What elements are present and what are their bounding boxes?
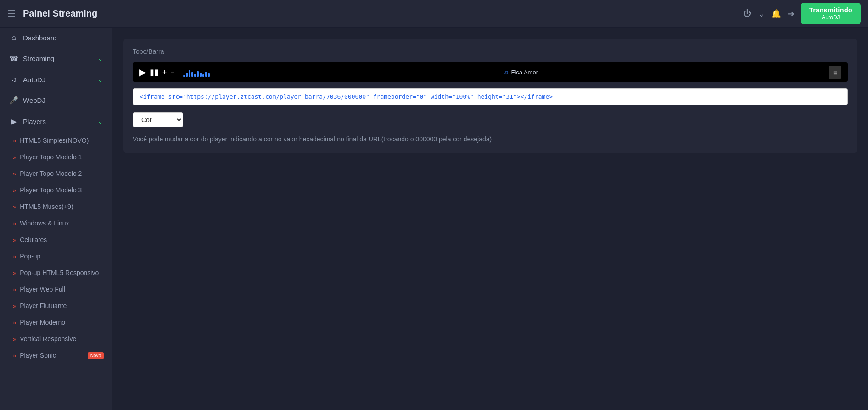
players-chevron: ⌄ bbox=[98, 118, 103, 125]
eq-bar bbox=[208, 73, 210, 77]
arrow-icon-10: » bbox=[13, 303, 16, 309]
play-circle-icon: ▶ bbox=[9, 117, 18, 126]
sidebar-subitem-webfull[interactable]: » Player Web Full bbox=[0, 281, 112, 298]
arrow-icon-1: » bbox=[13, 154, 16, 161]
sidebar-subitem-topo1[interactable]: » Player Topo Modelo 1 bbox=[0, 149, 112, 165]
sidebar-subitem-vertical[interactable]: » Vertical Responsive bbox=[0, 331, 112, 347]
streaming-chevron: ⌄ bbox=[98, 55, 103, 62]
power-icon[interactable]: ⏻ bbox=[743, 9, 751, 18]
sidebar-item-players[interactable]: ▶ Players ⌄ bbox=[0, 111, 112, 132]
sidebar-subitem-popup[interactable]: » Pop-up bbox=[0, 248, 112, 264]
sidebar-label-players: Players bbox=[23, 118, 93, 125]
eq-bar bbox=[205, 72, 207, 77]
subitem-label-12: Vertical Responsive bbox=[20, 335, 76, 343]
arrow-icon-5: » bbox=[13, 220, 16, 227]
bell-icon[interactable]: 🔔 bbox=[771, 9, 781, 19]
sidebar-subitem-html5-simples[interactable]: » HTML5 Simples(NOVO) bbox=[0, 132, 112, 149]
eq-bar bbox=[191, 72, 193, 77]
mic-icon: 🎤 bbox=[9, 96, 18, 105]
radio-icon: ☎ bbox=[9, 54, 18, 63]
sidebar-subitem-topo3[interactable]: » Player Topo Modelo 3 bbox=[0, 182, 112, 198]
color-select[interactable]: Cor Preto Branco Azul Vermelho bbox=[133, 112, 183, 127]
eq-bar bbox=[186, 73, 188, 77]
transmitindo-button[interactable]: Transmitindo AutoDJ bbox=[801, 3, 861, 24]
arrow-icon-13: » bbox=[13, 352, 16, 359]
subitem-label-1: Player Topo Modelo 1 bbox=[20, 153, 82, 161]
subitem-label-3: Player Topo Modelo 3 bbox=[20, 186, 82, 194]
arrow-icon-4: » bbox=[13, 203, 16, 210]
subitem-label-11: Player Moderno bbox=[20, 319, 65, 326]
eq-bar bbox=[189, 70, 190, 77]
song-title-display: ♫ Fica Amor bbox=[218, 69, 824, 76]
sidebar: ⌂ Dashboard ☎ Streaming ⌄ ♫ AutoDJ ⌄ 🎤 W… bbox=[0, 28, 112, 410]
sidebar-subitem-topo2[interactable]: » Player Topo Modelo 2 bbox=[0, 165, 112, 182]
eq-bar bbox=[197, 71, 199, 77]
subitem-label-2: Player Topo Modelo 2 bbox=[20, 170, 82, 177]
eq-bar bbox=[194, 74, 196, 77]
album-thumb: ▩ bbox=[829, 66, 841, 79]
subitem-label-8: Pop-up HTML5 Responsivo bbox=[20, 269, 99, 276]
sidebar-item-dashboard[interactable]: ⌂ Dashboard bbox=[0, 28, 112, 48]
arrow-icon-0: » bbox=[13, 137, 16, 144]
music-icon: ♫ bbox=[9, 75, 18, 84]
volume-plus-button[interactable]: + bbox=[162, 68, 167, 76]
eq-bar bbox=[200, 73, 202, 77]
pause-button[interactable]: ▮▮ bbox=[150, 67, 159, 77]
subitem-label-9: Player Web Full bbox=[20, 286, 65, 293]
sidebar-subitem-windows[interactable]: » Windows & Linux bbox=[0, 215, 112, 231]
home-icon: ⌂ bbox=[9, 34, 18, 42]
sidebar-label-autodj: AutoDJ bbox=[23, 76, 93, 84]
arrow-icon-12: » bbox=[13, 336, 16, 343]
sidebar-item-webdj[interactable]: 🎤 WebDJ bbox=[0, 90, 112, 111]
logout-icon[interactable]: ➔ bbox=[788, 9, 795, 19]
new-badge: Novo bbox=[88, 352, 104, 359]
player-bar-preview: ▶ ▮▮ + − ♫ Fica Amor ▩ bbox=[133, 62, 848, 82]
music-note-icon: ♫ bbox=[504, 69, 509, 76]
eq-bar bbox=[202, 74, 204, 77]
arrow-icon-6: » bbox=[13, 236, 16, 243]
subitem-label-10: Player Flutuante bbox=[20, 302, 67, 309]
sidebar-subitem-sonic[interactable]: » Player Sonic Novo bbox=[0, 347, 112, 364]
autodj-chevron: ⌄ bbox=[98, 76, 103, 83]
header-left: ☰ Painel Streaming bbox=[7, 8, 97, 19]
sidebar-label-dashboard: Dashboard bbox=[23, 34, 103, 42]
sidebar-subitem-popup-html5[interactable]: » Pop-up HTML5 Responsivo bbox=[0, 264, 112, 281]
header-right: ⏻ ⌄ 🔔 ➔ Transmitindo AutoDJ bbox=[743, 3, 861, 24]
autodj-label: AutoDJ bbox=[809, 14, 852, 22]
volume-minus-button[interactable]: − bbox=[170, 68, 174, 76]
sidebar-subitem-celulares[interactable]: » Celulares bbox=[0, 231, 112, 248]
subitem-label-13: Player Sonic bbox=[20, 352, 56, 359]
section-label: Topo/Barra bbox=[133, 48, 848, 55]
subitem-label-0: HTML5 Simples(NOVO) bbox=[20, 137, 89, 144]
arrow-icon-3: » bbox=[13, 187, 16, 194]
play-button[interactable]: ▶ bbox=[139, 67, 146, 78]
arrow-icon-7: » bbox=[13, 253, 16, 260]
sidebar-subitem-muses[interactable]: » HTML5 Muses(+9) bbox=[0, 198, 112, 215]
hint-text: Você pode mudar a cor do player indicand… bbox=[133, 135, 848, 144]
chevron-down-icon[interactable]: ⌄ bbox=[758, 9, 765, 19]
sidebar-label-webdj: WebDJ bbox=[23, 96, 103, 104]
hamburger-icon[interactable]: ☰ bbox=[7, 8, 16, 19]
song-name: Fica Amor bbox=[511, 69, 538, 76]
sidebar-item-streaming[interactable]: ☎ Streaming ⌄ bbox=[0, 48, 112, 69]
equalizer bbox=[183, 67, 210, 77]
arrow-icon-9: » bbox=[13, 286, 16, 293]
sidebar-item-autodj[interactable]: ♫ AutoDJ ⌄ bbox=[0, 69, 112, 90]
sidebar-subitem-moderno[interactable]: » Player Moderno bbox=[0, 314, 112, 331]
subitem-label-6: Celulares bbox=[20, 236, 47, 243]
sidebar-label-streaming: Streaming bbox=[23, 55, 93, 62]
arrow-icon-11: » bbox=[13, 319, 16, 326]
header: ☰ Painel Streaming ⏻ ⌄ 🔔 ➔ Transmitindo … bbox=[0, 0, 868, 28]
player-controls: ▶ ▮▮ + − bbox=[139, 67, 175, 78]
main-content: Topo/Barra ▶ ▮▮ + − ♫ Fica Amor ▩ <ifram… bbox=[112, 28, 868, 410]
color-select-wrap: Cor Preto Branco Azul Vermelho bbox=[133, 112, 848, 127]
arrow-icon-8: » bbox=[13, 270, 16, 276]
subitem-label-4: HTML5 Muses(+9) bbox=[20, 203, 73, 210]
subitem-label-7: Pop-up bbox=[20, 253, 40, 260]
subitem-label-5: Windows & Linux bbox=[20, 219, 69, 227]
body-wrap: ⌂ Dashboard ☎ Streaming ⌄ ♫ AutoDJ ⌄ 🎤 W… bbox=[0, 28, 868, 410]
iframe-code-box[interactable]: <iframe src="https://player.ztcast.com/p… bbox=[133, 88, 848, 105]
sidebar-subitem-flutuante[interactable]: » Player Flutuante bbox=[0, 298, 112, 314]
arrow-icon-2: » bbox=[13, 170, 16, 177]
app-title: Painel Streaming bbox=[23, 8, 97, 19]
